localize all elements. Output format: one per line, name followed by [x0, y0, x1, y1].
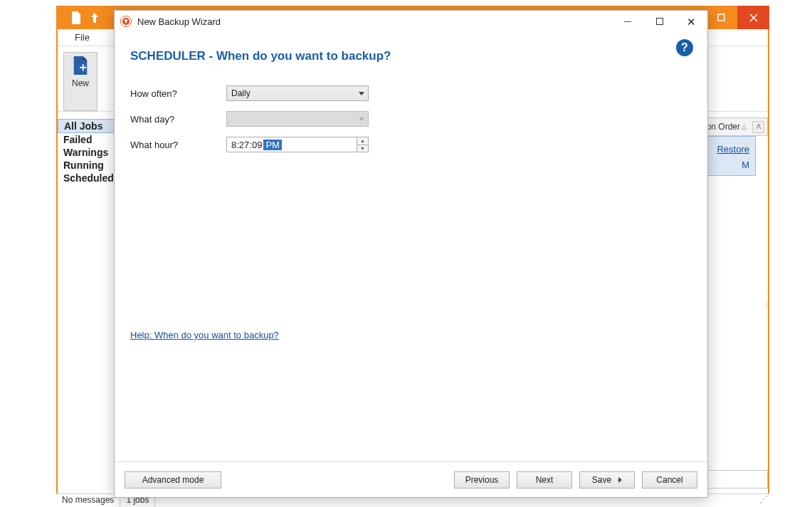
restore-link[interactable]: Restore	[717, 144, 749, 155]
what-hour-spinner[interactable]: 8:27:09 PM ▲ ▼	[226, 137, 369, 152]
how-often-value: Daily	[231, 88, 251, 98]
dialog-minimize-button[interactable]	[611, 11, 643, 32]
time-value[interactable]: 8:27:09	[227, 140, 262, 150]
dropdown-arrow-icon	[618, 477, 622, 483]
ribbon-new-button[interactable]: New	[63, 52, 97, 111]
how-often-label: How often?	[130, 88, 226, 99]
ribbon-new-label: New	[72, 78, 89, 88]
resize-grip-icon[interactable]: ⋰	[758, 494, 769, 507]
help-link[interactable]: Help: When do you want to backup?	[130, 330, 279, 340]
chevron-down-icon	[355, 112, 368, 126]
help-button[interactable]: ?	[676, 39, 693, 56]
save-button[interactable]: Save	[579, 471, 635, 488]
scroll-up-button[interactable]: ᐱ	[752, 121, 764, 133]
upload-icon[interactable]	[89, 11, 100, 24]
save-button-label: Save	[592, 475, 611, 485]
app-logo-icon	[120, 16, 132, 27]
dialog-title: New Backup Wizard	[137, 16, 221, 27]
dialog-maximize-button[interactable]	[643, 11, 675, 32]
new-file-icon[interactable]	[70, 11, 82, 24]
what-day-label: What day?	[130, 114, 226, 125]
svg-rect-3	[83, 64, 84, 70]
time-ampm-selected[interactable]: PM	[263, 140, 282, 150]
main-close-button[interactable]	[737, 6, 769, 29]
what-day-dropdown	[226, 111, 369, 127]
new-backup-wizard-dialog: New Backup Wizard ✕ ? SCHEDULER - When d…	[114, 10, 708, 498]
file-menu[interactable]: File	[75, 32, 90, 43]
next-button[interactable]: Next	[517, 471, 572, 488]
new-doc-icon	[70, 56, 90, 75]
dialog-footer: Advanced mode Previous Next Save Cancel	[115, 461, 707, 497]
dialog-heading: SCHEDULER - When do you want to backup?	[130, 49, 692, 63]
sort-asc-icon: △	[742, 123, 747, 130]
cancel-button[interactable]: Cancel	[642, 471, 697, 488]
dialog-close-button[interactable]: ✕	[675, 11, 707, 32]
help-icon: ?	[681, 41, 688, 54]
advanced-mode-button[interactable]: Advanced mode	[125, 471, 221, 488]
status-messages: No messages	[56, 494, 120, 507]
previous-button[interactable]: Previous	[454, 471, 510, 488]
spin-up-button[interactable]: ▲	[357, 137, 368, 145]
how-often-dropdown[interactable]: Daily	[226, 85, 369, 101]
what-hour-label: What hour?	[130, 140, 226, 150]
chevron-down-icon	[355, 86, 368, 100]
svg-rect-1	[718, 14, 724, 21]
dialog-titlebar[interactable]: New Backup Wizard ✕	[115, 11, 707, 32]
main-maximize-button[interactable]	[705, 6, 737, 29]
job-line2: M	[742, 160, 749, 170]
mid-gripper-icon[interactable]: ⋮	[763, 304, 768, 320]
spin-down-button[interactable]: ▼	[357, 145, 368, 152]
